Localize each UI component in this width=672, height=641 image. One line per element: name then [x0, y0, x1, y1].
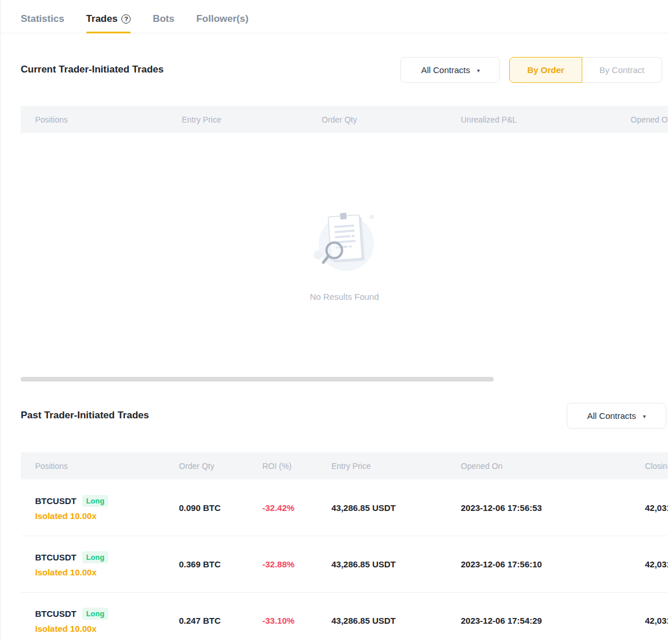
col-positions: Positions [21, 461, 179, 471]
margin-leverage: Isolated 10.00x [35, 567, 179, 577]
tab-label: Bots [152, 13, 174, 25]
col-opened-on: Opened On [631, 115, 668, 124]
past-trades-title: Past Trader-Initiated Trades [21, 410, 149, 421]
view-toggle: By Order By Contract [509, 57, 662, 83]
positions-cell: BTCUSDT Long Isolated 10.00x [21, 551, 179, 577]
direction-badge: Long [82, 551, 109, 563]
dropdown-value: All Contracts [587, 411, 636, 421]
opened-on-cell: 2023-12-06 17:54:29 [461, 616, 645, 625]
tab-label: Statistics [21, 13, 64, 25]
caret-down-icon: ▾ [643, 413, 646, 419]
by-order-button[interactable]: By Order [509, 57, 582, 83]
empty-state-text: No Results Found [310, 292, 379, 302]
tab-statistics[interactable]: Statistics [21, 13, 64, 33]
tab-bar: Statistics Trades ? Bots Follower(s) [1, 0, 668, 33]
symbol: BTCUSDT [35, 552, 77, 562]
closing-price-cell: 42,031 [645, 616, 668, 625]
past-trades-table: Positions Order Qty ROI (%) Entry Price … [21, 452, 668, 641]
col-entry-price: Entry Price [331, 461, 461, 471]
tab-trades[interactable]: Trades ? [86, 13, 131, 33]
tab-label: Follower(s) [196, 13, 249, 25]
direction-badge: Long [82, 608, 109, 620]
horizontal-scrollbar [1, 377, 668, 381]
table-row: BTCUSDT Long Isolated 10.00x 0.090 BTC -… [21, 479, 668, 536]
question-circle-icon[interactable]: ? [121, 14, 131, 24]
past-trades-header: Past Trader-Initiated Trades All Contrac… [21, 403, 666, 428]
past-trades-table-header: Positions Order Qty ROI (%) Entry Price … [21, 452, 668, 479]
order-qty-cell: 0.247 BTC [179, 616, 262, 625]
current-trades-header: Current Trader-Initiated Trades All Cont… [21, 56, 662, 83]
empty-state: No Results Found [21, 133, 668, 377]
content-clip: Statistics Trades ? Bots Follower(s) Cur… [1, 0, 668, 641]
positions-cell: BTCUSDT Long Isolated 10.00x [21, 495, 179, 521]
tab-label: Trades [86, 13, 118, 25]
current-trades-controls: All Contracts ▾ By Order By Contract [400, 57, 662, 83]
current-trades-table-header: Positions Entry Price Order Qty Unrealiz… [21, 106, 668, 133]
symbol: BTCUSDT [35, 496, 77, 506]
active-tab-underline [86, 32, 131, 33]
tab-bots[interactable]: Bots [152, 13, 174, 33]
col-positions: Positions [21, 115, 182, 124]
roi-cell: -32.42% [262, 503, 331, 513]
by-contract-button[interactable]: By Contract [582, 57, 662, 83]
margin-leverage: Isolated 10.00x [35, 511, 179, 521]
roi-cell: -32.88% [262, 559, 331, 569]
entry-price-cell: 43,286.85 USDT [331, 559, 461, 569]
tab-followers[interactable]: Follower(s) [196, 13, 249, 33]
margin-leverage: Isolated 10.00x [35, 624, 179, 634]
table-row: BTCUSDT Long Isolated 10.00x 0.247 BTC -… [21, 592, 668, 641]
past-contracts-dropdown[interactable]: All Contracts ▾ [567, 403, 666, 429]
current-trades-title: Current Trader-Initiated Trades [21, 64, 163, 75]
col-entry-price: Entry Price [182, 115, 322, 124]
dropdown-value: All Contracts [421, 65, 470, 75]
col-closing-price: Closing Price [645, 461, 668, 471]
no-results-icon [308, 209, 381, 281]
direction-badge: Long [82, 495, 109, 507]
order-qty-cell: 0.090 BTC [179, 503, 262, 513]
positions-cell: BTCUSDT Long Isolated 10.00x [21, 608, 179, 634]
horizontal-scrollbar-thumb[interactable] [21, 377, 494, 381]
col-unrealized-pnl: Unrealized P&L [461, 115, 631, 124]
current-contracts-dropdown[interactable]: All Contracts ▾ [400, 57, 500, 83]
roi-cell: -33.10% [262, 616, 331, 625]
col-order-qty: Order Qty [322, 115, 461, 124]
trader-profile-page: Statistics Trades ? Bots Follower(s) Cur… [0, 0, 672, 641]
col-roi: ROI (%) [262, 461, 331, 471]
caret-down-icon: ▾ [477, 67, 480, 74]
entry-price-cell: 43,286.85 USDT [331, 616, 461, 625]
col-order-qty: Order Qty [179, 461, 262, 471]
closing-price-cell: 42,031 [645, 559, 668, 569]
order-qty-cell: 0.369 BTC [179, 559, 262, 569]
opened-on-cell: 2023-12-06 17:56:10 [461, 559, 645, 569]
opened-on-cell: 2023-12-06 17:56:53 [461, 503, 645, 513]
closing-price-cell: 42,031 [645, 503, 668, 513]
col-opened-on: Opened On [461, 461, 645, 471]
symbol: BTCUSDT [35, 609, 77, 619]
entry-price-cell: 43,286.85 USDT [331, 503, 461, 513]
table-row: BTCUSDT Long Isolated 10.00x 0.369 BTC -… [21, 536, 668, 592]
current-trades-table: Positions Entry Price Order Qty Unrealiz… [21, 106, 668, 377]
